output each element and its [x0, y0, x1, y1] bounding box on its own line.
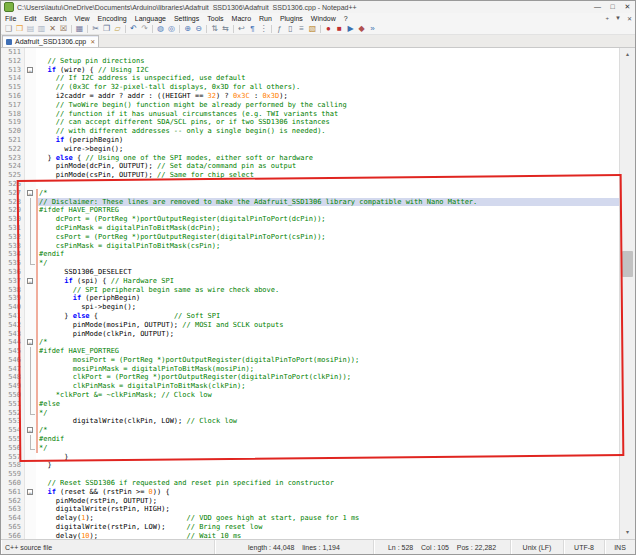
code-text: } else { // Using one of the SPI modes, … — [36, 154, 619, 163]
code-line: 558 } — [1, 461, 619, 470]
line-number: 540 — [1, 303, 25, 312]
line-number: 549 — [1, 382, 25, 391]
zoom-in-icon[interactable]: ⊕ — [182, 24, 193, 34]
line-number: 565 — [1, 523, 25, 532]
indent-guide-icon[interactable]: ⋮ — [258, 24, 269, 34]
fold-margin — [25, 259, 36, 268]
copy-icon[interactable]: ❐ — [101, 24, 112, 34]
line-number: 553 — [1, 417, 25, 426]
line-number: 535 — [1, 259, 25, 268]
function-list-icon[interactable]: ƒ — [274, 24, 285, 34]
folder-as-workspace-icon[interactable]: ▧ — [307, 24, 318, 34]
scroll-up-arrow-icon[interactable]: ▴ — [620, 48, 635, 61]
menu-plus-button[interactable]: + — [603, 15, 613, 22]
line-number: 558 — [1, 461, 25, 470]
menu-item-language[interactable]: Language — [131, 15, 170, 22]
print-icon[interactable]: ▦ — [74, 24, 85, 34]
menu-item-run[interactable]: Run — [255, 15, 276, 22]
menu-item-tools[interactable]: Tools — [203, 15, 227, 22]
sync-horizontal-scroll-icon[interactable]: ⇆ — [220, 24, 231, 34]
menu-dropdown-button[interactable]: ▼ — [612, 15, 624, 22]
code-text: // Reset SSD1306 if requested and reset … — [36, 479, 619, 488]
fold-marker-icon[interactable] — [25, 488, 36, 497]
status-insert-mode[interactable]: INS — [604, 540, 635, 554]
save-icon[interactable]: ▤ — [25, 24, 36, 34]
undo-icon[interactable]: ↶ — [128, 24, 139, 34]
fold-marker-icon[interactable] — [25, 277, 36, 286]
maximize-button[interactable]: □ — [605, 1, 620, 13]
fold-margin — [25, 497, 36, 506]
menu-item-window[interactable]: Window — [307, 15, 340, 22]
line-number: 555 — [1, 435, 25, 444]
fold-margin — [25, 417, 36, 426]
stop-macro-icon[interactable]: ■ — [334, 24, 345, 34]
word-wrap-icon[interactable]: ↩ — [236, 24, 247, 34]
line-number: 559 — [1, 470, 25, 479]
fold-margin — [25, 470, 36, 479]
play-macro-icon[interactable]: ▶ — [345, 24, 356, 34]
save-macro-icon[interactable]: ◆ — [356, 24, 367, 34]
sync-vertical-scroll-icon[interactable]: ⇅ — [209, 24, 220, 34]
code-text: if (periphBegin) — [36, 294, 619, 303]
fold-marker-icon[interactable] — [25, 338, 36, 347]
line-number: 522 — [1, 145, 25, 154]
menu-item-settings[interactable]: Settings — [170, 15, 203, 22]
code-text: // function if it has unusual circumstan… — [36, 110, 619, 119]
line-number: 516 — [1, 92, 25, 101]
line-number: 530 — [1, 215, 25, 224]
scroll-down-arrow-icon[interactable]: ▾ — [620, 526, 635, 539]
close-all-icon[interactable]: ☒ — [58, 24, 69, 34]
paste-icon[interactable]: ▱ — [112, 24, 123, 34]
fold-margin — [25, 461, 36, 470]
menu-item-file[interactable]: File — [1, 15, 20, 22]
menu-item-view[interactable]: View — [71, 15, 94, 22]
menu-item-encoding[interactable]: Encoding — [94, 15, 131, 22]
record-macro-icon[interactable]: ● — [323, 24, 334, 34]
save-all-icon[interactable]: ▥ — [36, 24, 47, 34]
code-text: pinMode(clkPin, OUTPUT); — [36, 330, 619, 339]
document-map-icon[interactable]: ▯ — [285, 24, 296, 34]
code-line: 511 — [1, 48, 619, 57]
fold-marker-icon[interactable] — [25, 426, 36, 435]
find-icon[interactable]: ◍ — [155, 24, 166, 34]
replace-icon[interactable]: ◎ — [166, 24, 177, 34]
open-folder-icon[interactable]: ❒ — [14, 24, 25, 34]
code-text: delay(10); // Wait 10 ms — [36, 532, 619, 539]
minimize-button[interactable]: — — [590, 1, 605, 13]
code-area[interactable]: 511512 // Setup pin directions513 if (wi… — [1, 48, 619, 539]
zoom-out-icon[interactable]: ⊖ — [193, 24, 204, 34]
redo-icon[interactable]: ↷ — [139, 24, 150, 34]
notepadpp-window: C:\Users\lautu\OneDrive\Documents\Arduin… — [0, 0, 636, 555]
fold-marker-icon[interactable] — [25, 66, 36, 75]
change-history-mark — [36, 391, 38, 400]
menu-item-edit[interactable]: Edit — [20, 15, 40, 22]
change-history-mark — [36, 268, 38, 277]
code-line: 556*/ — [1, 444, 619, 453]
document-list-icon[interactable]: ≡ — [296, 24, 307, 34]
toolbar-separator — [71, 25, 72, 33]
code-line: 524 pinMode(dcPin, OUTPUT); // Set data/… — [1, 162, 619, 171]
menu-item-plugins[interactable]: Plugins — [276, 15, 307, 22]
vertical-scrollbar[interactable]: ▴ ▾ — [619, 48, 635, 539]
code-line: 546 mosiPort = (PortReg *)portOutputRegi… — [1, 356, 619, 365]
scrollbar-thumb[interactable] — [622, 251, 633, 277]
new-file-icon[interactable]: ❑ — [3, 24, 14, 34]
menu-close-button[interactable]: ✕ — [624, 15, 635, 22]
cut-icon[interactable]: ✂ — [90, 24, 101, 34]
toolbar-separator — [125, 25, 126, 33]
close-icon[interactable]: ✕ — [47, 24, 58, 34]
tab-close-icon[interactable]: ✕ — [90, 38, 95, 45]
fold-margin — [25, 321, 36, 330]
code-line: 520 // with different addresses -- only … — [1, 127, 619, 136]
tab-adafruit-ssd1306[interactable]: Adafruit_SSD1306.cpp ✕ — [2, 35, 99, 47]
code-line: 564 delay(1); // VDD goes high at start,… — [1, 514, 619, 523]
menu-item-search[interactable]: Search — [40, 15, 70, 22]
close-button[interactable]: ✕ — [620, 1, 635, 13]
status-eol-format[interactable]: Unix (LF) — [510, 540, 563, 554]
show-all-characters-icon[interactable]: ¶ — [247, 24, 258, 34]
menu-item-macro[interactable]: Macro — [228, 15, 255, 22]
run-macro-multiple-icon[interactable]: » — [367, 24, 378, 34]
menu-item-help[interactable]: ? — [340, 15, 352, 22]
fold-marker-icon[interactable] — [25, 189, 36, 198]
status-encoding[interactable]: UTF-8 — [563, 540, 604, 554]
